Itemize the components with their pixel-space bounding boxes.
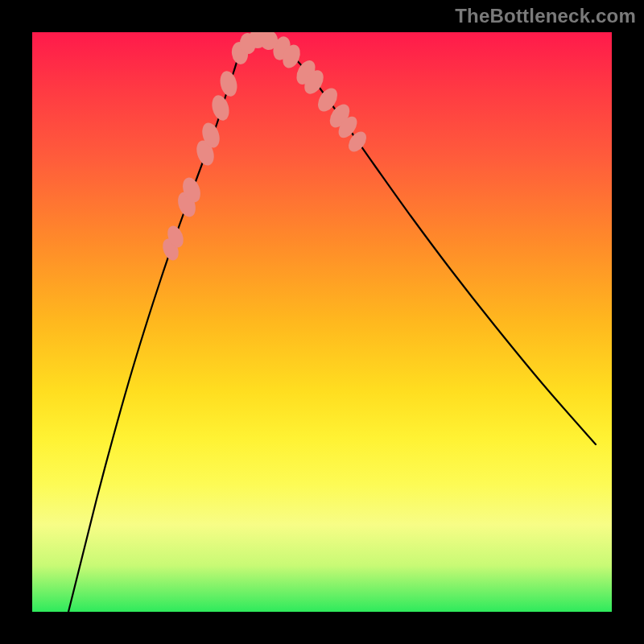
watermark-text: TheBottleneck.com [455, 5, 636, 27]
plot-area [32, 32, 612, 612]
chart-frame: TheBottleneck.com [0, 0, 644, 644]
marker-dot [217, 69, 239, 98]
chart-svg [32, 32, 612, 612]
marker-dot [209, 93, 232, 122]
